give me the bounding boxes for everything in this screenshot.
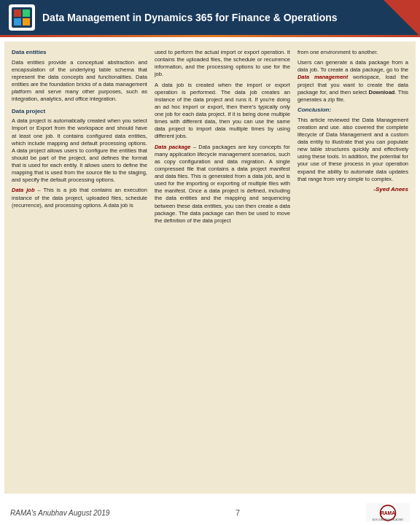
footer-left-text: RAMA's Anubhav August 2019 — [10, 509, 109, 517]
para-data-entities: Data entities provide a conceptual abstr… — [12, 59, 147, 104]
columns: Data entities Data entities provide a co… — [12, 49, 408, 486]
content-area: Data entities Data entities provide a co… — [4, 42, 416, 494]
col-left: Data entities Data entities provide a co… — [12, 49, 147, 486]
header: Data Management in Dynamics 365 for Fina… — [0, 0, 420, 35]
header-corner-decoration — [384, 0, 420, 36]
svg-rect-3 — [14, 18, 21, 26]
conclusion-heading: Conclusion: — [298, 106, 408, 114]
col-mid: used to perform the actual import or exp… — [155, 49, 290, 486]
para-mid-1: used to perform the actual import or exp… — [155, 49, 290, 79]
header-logo — [9, 4, 35, 31]
data-package-label: Data package — [155, 144, 191, 150]
heading-data-project: Data project — [12, 108, 147, 116]
svg-rect-2 — [23, 9, 30, 17]
svg-rect-1 — [14, 9, 21, 17]
para-mid-2: A data job is created when the import or… — [155, 82, 290, 141]
heading-data-entities: Data entities — [12, 49, 147, 57]
para-mid-3: Data package – Data packages are key con… — [155, 144, 290, 225]
para-right-intro: from one environment to another. — [298, 49, 408, 56]
author: -Syed Anees — [298, 186, 408, 194]
para-data-project-1: A data project is automatically created … — [12, 117, 147, 184]
svg-text:RAMA: RAMA — [381, 510, 395, 516]
col-right: from one environment to another. Users c… — [298, 49, 408, 486]
svg-rect-4 — [23, 18, 30, 26]
conclusion-text: This article reviewed the Data Managemen… — [298, 117, 408, 183]
svg-text:ACHI LEADERSHIP ACADEMY: ACHI LEADERSHIP ACADEMY — [373, 518, 403, 521]
data-mgmt-label: Data management — [298, 74, 348, 80]
data-job-label: Data job — [12, 187, 34, 193]
header-title: Data Management in Dynamics 365 for Fina… — [42, 12, 338, 23]
footer-page-number: 7 — [236, 508, 240, 517]
header-divider — [0, 35, 420, 37]
para-right-1: Users can generate a data package from a… — [298, 59, 408, 104]
footer: RAMA's Anubhav August 2019 7 RAMA ACHI L… — [0, 498, 420, 525]
footer-logo: RAMA ACHI LEADERSHIP ACADEMY — [366, 502, 410, 524]
para-data-job: Data job – This is a job that contains a… — [12, 187, 147, 209]
